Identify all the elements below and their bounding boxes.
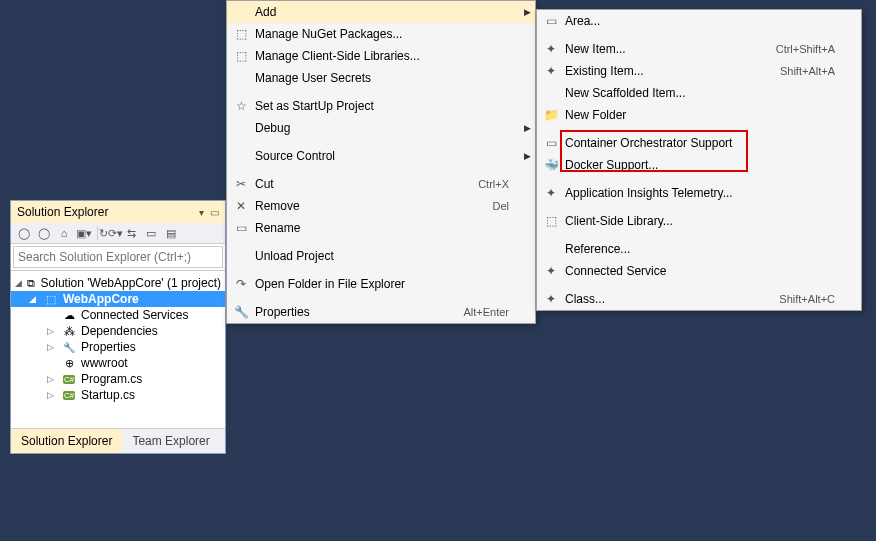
menu-label: Unload Project	[255, 249, 519, 263]
container-icon: ▭	[537, 136, 565, 150]
menu-item-set-as-startup-project[interactable]: ☆Set as StartUp Project	[227, 95, 535, 117]
menu-shortcut: Shift+Alt+C	[779, 293, 845, 305]
globe-icon	[61, 356, 77, 370]
menu-item-properties[interactable]: 🔧PropertiesAlt+Enter	[227, 301, 535, 323]
solution-explorer-panel: Solution Explorer ▾ ▭ ▣▾ ⟳▾ ⇆ ▭ ▤ ◢ ⧉ So…	[10, 200, 226, 454]
menu-item-add[interactable]: Add▶	[227, 1, 535, 23]
dropdown-icon[interactable]: ▾	[199, 207, 204, 218]
tree-item-dependencies[interactable]: ▷ ⁂ Dependencies	[11, 323, 225, 339]
folder-icon: 📁	[537, 108, 565, 122]
cut-icon: ✂	[227, 177, 255, 191]
menu-label: Properties	[255, 305, 463, 319]
solution-tree: ◢ ⧉ Solution 'WebAppCore' (1 project) ◢ …	[11, 271, 225, 453]
csharp-icon: C#	[61, 372, 77, 386]
menu-item-source-control[interactable]: Source Control▶	[227, 145, 535, 167]
menu-label: Connected Service	[565, 264, 845, 278]
insights-icon: ✦	[537, 186, 565, 200]
home-icon[interactable]	[57, 226, 71, 240]
menu-label: Class...	[565, 292, 779, 306]
menu-shortcut: Alt+Enter	[463, 306, 519, 318]
menu-label: Client-Side Library...	[565, 214, 845, 228]
tree-item-wwwroot[interactable]: wwwroot	[11, 355, 225, 371]
tab-solution-explorer[interactable]: Solution Explorer	[11, 429, 122, 453]
menu-item-docker-support[interactable]: 🐳Docker Support...	[537, 154, 861, 176]
menu-item-remove[interactable]: ✕RemoveDel	[227, 195, 535, 217]
menu-label: Debug	[255, 121, 519, 135]
properties-icon[interactable]: ▤	[164, 226, 178, 240]
menu-shortcut: Shift+Alt+A	[780, 65, 845, 77]
menu-label: Application Insights Telemetry...	[565, 186, 845, 200]
menu-shortcut: Ctrl+X	[478, 178, 519, 190]
cloud-icon	[61, 308, 77, 322]
deps-icon: ⁂	[61, 324, 77, 338]
menu-item-container-orchestrator-support[interactable]: ▭Container Orchestrator Support	[537, 132, 861, 154]
tree-item-properties[interactable]: ▷ Properties	[11, 339, 225, 355]
docker-icon: 🐳	[537, 158, 565, 172]
menu-label: New Item...	[565, 42, 776, 56]
menu-shortcut: Del	[492, 200, 519, 212]
search-input[interactable]	[13, 246, 223, 268]
menu-item-unload-project[interactable]: Unload Project	[227, 245, 535, 267]
menu-item-area[interactable]: ▭Area...	[537, 10, 861, 32]
menu-item-manage-nuget-packages[interactable]: ⬚Manage NuGet Packages...	[227, 23, 535, 45]
collapse-icon[interactable]: ▣▾	[77, 226, 91, 240]
menu-label: Manage NuGet Packages...	[255, 27, 519, 41]
menu-item-class[interactable]: ✦Class...Shift+Alt+C	[537, 288, 861, 310]
menu-item-new-scaffolded-item[interactable]: New Scaffolded Item...	[537, 82, 861, 104]
solution-explorer-search	[11, 244, 225, 271]
menu-label: Add	[255, 5, 519, 19]
project-icon: ⬚	[43, 292, 59, 306]
menu-item-application-insights-telemetry[interactable]: ✦Application Insights Telemetry...	[537, 182, 861, 204]
menu-item-client-side-library[interactable]: ⬚Client-Side Library...	[537, 210, 861, 232]
menu-item-manage-user-secrets[interactable]: Manage User Secrets	[227, 67, 535, 89]
rename-icon: ▭	[227, 221, 255, 235]
solution-explorer-title: Solution Explorer	[17, 205, 108, 219]
tree-item-startup-cs[interactable]: ▷ C# Startup.cs	[11, 387, 225, 403]
menu-label: Manage Client-Side Libraries...	[255, 49, 519, 63]
menu-label: Reference...	[565, 242, 845, 256]
menu-label: Remove	[255, 199, 492, 213]
menu-item-reference[interactable]: Reference...	[537, 238, 861, 260]
showall-icon[interactable]: ▭	[144, 226, 158, 240]
sync-icon[interactable]: ⇆	[124, 226, 138, 240]
refresh-icon[interactable]: ⟳▾	[104, 226, 118, 240]
tree-item-program-cs[interactable]: ▷ C# Program.cs	[11, 371, 225, 387]
solution-node[interactable]: ◢ ⧉ Solution 'WebAppCore' (1 project)	[11, 275, 225, 291]
menu-item-debug[interactable]: Debug▶	[227, 117, 535, 139]
remove-icon: ✕	[227, 199, 255, 213]
menu-label: Set as StartUp Project	[255, 99, 519, 113]
menu-label: New Scaffolded Item...	[565, 86, 845, 100]
tab-team-explorer[interactable]: Team Explorer	[122, 429, 219, 453]
menu-item-cut[interactable]: ✂CutCtrl+X	[227, 173, 535, 195]
newitem-icon: ✦	[537, 42, 565, 56]
forward-icon[interactable]	[37, 226, 51, 240]
tree-item-connected-services[interactable]: Connected Services	[11, 307, 225, 323]
menu-label: Cut	[255, 177, 478, 191]
menu-item-open-folder-in-file-explorer[interactable]: ↷Open Folder in File Explorer	[227, 273, 535, 295]
menu-label: Open Folder in File Explorer	[255, 277, 519, 291]
dock-icon[interactable]: ▭	[210, 207, 219, 218]
project-node[interactable]: ◢ ⬚ WebAppCore	[11, 291, 225, 307]
menu-label: Rename	[255, 221, 519, 235]
solution-explorer-titlebar: Solution Explorer ▾ ▭	[11, 201, 225, 223]
menu-label: Manage User Secrets	[255, 71, 519, 85]
solution-explorer-tabs: Solution Explorer Team Explorer	[11, 428, 225, 453]
menu-item-new-folder[interactable]: 📁New Folder	[537, 104, 861, 126]
solution-icon: ⧉	[26, 276, 37, 290]
menu-item-connected-service[interactable]: ✦Connected Service	[537, 260, 861, 282]
back-icon[interactable]	[17, 226, 31, 240]
menu-item-new-item[interactable]: ✦New Item...Ctrl+Shift+A	[537, 38, 861, 60]
menu-label: Container Orchestrator Support	[565, 136, 845, 150]
area-icon: ▭	[537, 14, 565, 28]
menu-label: New Folder	[565, 108, 845, 122]
menu-item-rename[interactable]: ▭Rename	[227, 217, 535, 239]
menu-item-existing-item[interactable]: ✦Existing Item...Shift+Alt+A	[537, 60, 861, 82]
menu-shortcut: Ctrl+Shift+A	[776, 43, 845, 55]
menu-item-manage-client-side-libraries[interactable]: ⬚Manage Client-Side Libraries...	[227, 45, 535, 67]
solution-explorer-toolbar: ▣▾ ⟳▾ ⇆ ▭ ▤	[11, 223, 225, 244]
class-icon: ✦	[537, 292, 565, 306]
submenu-arrow-icon: ▶	[519, 7, 535, 17]
submenu-arrow-icon: ▶	[519, 123, 535, 133]
client-icon: ⬚	[227, 49, 255, 63]
csharp-icon: C#	[61, 388, 77, 402]
